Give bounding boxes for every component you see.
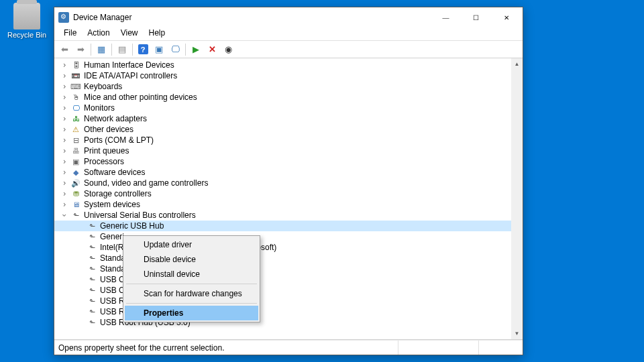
scroll-down-icon[interactable]: ▼	[511, 328, 523, 339]
expand-icon[interactable]: ›	[60, 93, 69, 102]
menu-help[interactable]: Help	[144, 27, 171, 40]
uninstall-button[interactable]: ✕	[205, 42, 219, 57]
app-icon	[58, 12, 69, 23]
scan-icon: ◉	[225, 44, 232, 54]
tree-category[interactable]: ›🖧Network adapters	[54, 113, 511, 124]
menu-file[interactable]: File	[58, 27, 82, 40]
tree-device[interactable]: ⬑Generic USB Hub	[54, 221, 511, 231]
back-icon: ⬅	[61, 44, 68, 54]
tree-category[interactable]: ›🖱Mice and other pointing devices	[54, 92, 511, 103]
close-button[interactable]: ✕	[491, 8, 521, 27]
category-label: Ports (COM & LPT)	[84, 135, 154, 145]
desktop-recycle-bin[interactable]: Recycle Bin	[7, 3, 47, 39]
context-menu-item[interactable]: Disable device	[125, 252, 258, 267]
monitor-icon: 🖵	[171, 44, 180, 54]
expand-icon[interactable]: ›	[60, 71, 69, 80]
expand-icon[interactable]: ›	[60, 168, 69, 177]
expand-icon[interactable]: ›	[60, 135, 69, 145]
context-menu-item[interactable]: Update driver	[125, 237, 258, 252]
toolbar-sep	[185, 44, 186, 56]
expand-icon[interactable]: ›	[60, 125, 69, 134]
refresh-icon: ▣	[155, 44, 163, 54]
enable-button[interactable]: ▶	[189, 42, 203, 57]
tree-category[interactable]: ›🎛Human Interface Devices	[54, 60, 511, 70]
menu-view[interactable]: View	[115, 27, 144, 40]
showhide-icon: ▦	[97, 44, 105, 54]
category-label: Sound, video and game controllers	[84, 178, 208, 188]
category-icon: ⌨	[70, 82, 81, 91]
category-label: Monitors	[84, 103, 115, 113]
category-label: Network adapters	[84, 114, 147, 123]
usb-device-icon: ⬑	[87, 318, 97, 327]
tree-category[interactable]: ›◆Software devices	[54, 167, 511, 178]
tree-category[interactable]: ›🖥System devices	[54, 199, 511, 210]
category-icon: 🖧	[70, 114, 81, 123]
forward-button[interactable]: ➡	[73, 42, 88, 57]
titlebar[interactable]: Device Manager — ☐ ✕	[54, 7, 523, 27]
context-menu: Update driverDisable deviceUninstall dev…	[123, 235, 260, 322]
usb-device-icon: ⬑	[87, 307, 97, 316]
category-icon: 🖱	[70, 93, 81, 102]
tree-category[interactable]: ›🔊Sound, video and game controllers	[54, 178, 511, 188]
expand-icon[interactable]: ›	[60, 189, 69, 198]
usb-device-icon: ⬑	[87, 232, 97, 241]
tree-category[interactable]: ›⊟Ports (COM & LPT)	[54, 135, 511, 145]
category-label: Mice and other pointing devices	[84, 93, 197, 102]
context-menu-item[interactable]: Uninstall device	[125, 267, 258, 282]
tree-category[interactable]: ›⌨Keyboards	[54, 81, 511, 92]
category-icon: ◆	[70, 168, 81, 177]
tree-category[interactable]: ›🖶Print queues	[54, 145, 511, 156]
category-icon: 🖥	[70, 200, 81, 209]
statusbar-segment	[398, 341, 478, 355]
help-button[interactable]: ?	[136, 42, 150, 57]
tree-category[interactable]: ›📼IDE ATA/ATAPI controllers	[54, 70, 511, 81]
expand-icon[interactable]: ›	[60, 114, 69, 123]
minimize-button[interactable]: —	[431, 8, 461, 27]
tree-category[interactable]: ›⛃Storage controllers	[54, 188, 511, 199]
forward-icon: ➡	[77, 44, 85, 54]
tree-category[interactable]: ›▣Processors	[54, 156, 511, 167]
category-icon: ⚠	[70, 125, 81, 134]
category-label: System devices	[84, 200, 140, 209]
expand-icon[interactable]: ›	[60, 60, 69, 70]
menu-action[interactable]: Action	[82, 27, 115, 40]
category-icon: 🖶	[70, 146, 81, 156]
tree-category[interactable]: ›⚠Other devices	[54, 124, 511, 135]
category-icon: ▣	[70, 157, 81, 166]
showhide-button[interactable]: ▦	[94, 42, 109, 57]
monitor-button[interactable]: 🖵	[168, 42, 182, 57]
context-menu-item[interactable]: Scan for hardware changes	[125, 286, 258, 301]
expand-icon[interactable]: ›	[60, 200, 69, 209]
vertical-scrollbar[interactable]: ▲ ▼	[511, 58, 523, 339]
scan-button[interactable]: ◉	[221, 42, 235, 57]
usb-device-icon: ⬑	[87, 243, 97, 252]
tree-category-usb[interactable]: ›⬑Universal Serial Bus controllers	[54, 210, 511, 221]
properties-toolbar-button[interactable]: ▤	[115, 42, 129, 57]
usb-category-icon: ⬑	[70, 210, 81, 220]
usb-device-icon: ⬑	[87, 296, 97, 306]
statusbar-segment	[478, 341, 519, 355]
device-manager-window: Device Manager — ☐ ✕ File Action View He…	[54, 7, 523, 355]
expand-icon[interactable]: ›	[60, 82, 69, 91]
usb-device-icon: ⬑	[87, 253, 97, 263]
expand-icon[interactable]: ›	[60, 103, 69, 113]
toolbar: ⬅ ➡ ▦ ▤ ? ▣ 🖵 ▶ ✕ ◉	[54, 41, 523, 58]
category-label: Print queues	[84, 146, 129, 156]
collapse-icon[interactable]: ›	[60, 210, 69, 220]
back-button[interactable]: ⬅	[57, 42, 72, 57]
statusbar: Opens property sheet for the current sel…	[54, 340, 523, 355]
expand-icon[interactable]: ›	[60, 178, 69, 188]
device-label: Generic USB Hub	[100, 221, 164, 231]
category-icon: 📼	[70, 71, 81, 80]
device-label: Standa	[100, 253, 125, 263]
expand-icon[interactable]: ›	[60, 157, 69, 166]
expand-icon[interactable]: ›	[60, 146, 69, 156]
context-menu-item[interactable]: Properties	[125, 306, 258, 320]
window-controls: — ☐ ✕	[431, 8, 521, 27]
toolbar-sep	[91, 44, 91, 56]
maximize-button[interactable]: ☐	[461, 8, 491, 27]
category-label: Storage controllers	[84, 189, 152, 198]
tree-category[interactable]: ›🖵Monitors	[54, 103, 511, 113]
scroll-up-icon[interactable]: ▲	[511, 58, 523, 70]
refresh-button[interactable]: ▣	[152, 42, 166, 57]
